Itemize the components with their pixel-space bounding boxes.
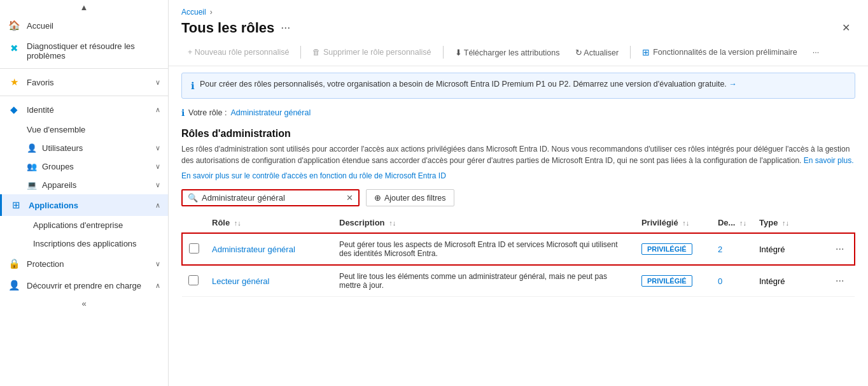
chevron-up-icon: ∧ xyxy=(155,201,160,210)
search-clear-button[interactable]: ✕ xyxy=(346,193,353,203)
page-title: Tous les rôles xyxy=(181,20,274,36)
row-more-button[interactable]: ··· xyxy=(836,243,844,254)
count-link[interactable]: 2 xyxy=(718,245,722,254)
sort-icon: ↑↓ xyxy=(234,219,241,227)
privilege-badge: PRIVILÉGIÉ xyxy=(641,275,692,287)
col-desc-count[interactable]: De... ↑↓ xyxy=(711,213,753,233)
role-info-icon: ℹ xyxy=(181,108,185,118)
more-button[interactable]: ··· xyxy=(806,45,825,60)
title-more-button[interactable]: ··· xyxy=(281,21,290,34)
row-count: 2 xyxy=(711,233,753,265)
divider xyxy=(0,96,168,96)
sidebar-item-label: Découvrir et prendre en charge xyxy=(27,281,149,290)
toolbar-separator-2 xyxy=(443,46,444,59)
row-role-name[interactable]: Administrateur général xyxy=(206,233,333,265)
col-checkbox xyxy=(182,213,206,233)
row-privilege: PRIVILÉGIÉ xyxy=(635,233,711,265)
row-checkbox[interactable] xyxy=(188,275,199,285)
breadcrumb: Accueil › xyxy=(181,8,213,17)
delete-role-button[interactable]: 🗑 Supprimer le rôle personnalisé xyxy=(306,45,437,60)
col-type[interactable]: Type ↑↓ xyxy=(753,213,829,233)
sidebar-item-applications-entreprise[interactable]: Applications d'entreprise xyxy=(0,216,168,234)
features-button[interactable]: ⊞ Fonctionnalités de la version prélimin… xyxy=(636,44,804,61)
sidebar-item-groupes[interactable]: 👥 Groupes ∨ xyxy=(0,157,168,176)
sidebar-item-label: Utilisateurs xyxy=(42,143,155,153)
sidebar-item-inscriptions-applications[interactable]: Inscriptions des applications xyxy=(0,234,168,253)
filter-label: Ajouter des filtres xyxy=(384,194,446,203)
home-icon: 🏠 xyxy=(8,20,20,31)
col-role[interactable]: Rôle ↑↓ xyxy=(206,213,333,233)
refresh-button[interactable]: ↻ Actualiser xyxy=(569,45,626,61)
row-description: Peut gérer tous les aspects de Microsoft… xyxy=(333,233,635,265)
scroll-down-button[interactable]: « xyxy=(0,296,168,311)
toolbar-separator xyxy=(300,46,301,59)
info-text: Pour créer des rôles personnalisés, votr… xyxy=(200,80,737,89)
sidebar-item-appareils[interactable]: 💻 Appareils ∨ xyxy=(0,176,168,194)
chevron-down-icon: ∨ xyxy=(155,260,160,268)
toolbar: + Nouveau rôle personnalisé 🗑 Supprimer … xyxy=(169,41,868,66)
info-banner: ℹ Pour créer des rôles personnalisés, vo… xyxy=(181,73,855,99)
wrench-icon: ✖ xyxy=(8,43,20,54)
roles-table: Rôle ↑↓ Description ↑↓ Privilégié ↑↓ De.… xyxy=(181,213,855,297)
star-icon: ★ xyxy=(8,76,20,88)
col-description[interactable]: Description ↑↓ xyxy=(333,213,635,233)
info-icon: ℹ xyxy=(191,80,195,92)
breadcrumb-accueil[interactable]: Accueil xyxy=(181,8,206,17)
sidebar-item-decouvrir[interactable]: 👤 Découvrir et prendre en charge ∧ xyxy=(0,275,168,296)
section-learn-more-link[interactable]: En savoir plus. xyxy=(804,156,854,165)
sidebar-item-applications[interactable]: ⊞ Applications ∧ xyxy=(0,194,168,216)
toolbar-separator-3 xyxy=(630,46,631,59)
row-description: Peut lire tous les éléments comme un adm… xyxy=(333,265,635,297)
scroll-up-button[interactable]: ▲ xyxy=(0,0,168,15)
sidebar-item-label: Protection xyxy=(27,259,149,269)
row-checkbox[interactable] xyxy=(189,243,199,254)
filter-button[interactable]: ⊕ Ajouter des filtres xyxy=(366,189,454,206)
sort-icon: ↑↓ xyxy=(682,219,689,227)
sidebar-item-accueil[interactable]: 🏠 Accueil xyxy=(0,15,168,36)
features-icon: ⊞ xyxy=(642,47,650,57)
new-role-button[interactable]: + Nouveau rôle personnalisé xyxy=(181,45,295,60)
filter-icon: ⊕ xyxy=(374,193,381,203)
chevron-up-icon: ∧ xyxy=(155,282,160,290)
section-role-link[interactable]: En savoir plus sur le contrôle d'accès e… xyxy=(181,171,446,180)
sidebar-item-label: Diagnostiquer et résoudre les problèmes xyxy=(27,41,160,61)
chevron-down-icon: ∨ xyxy=(155,78,160,87)
sidebar-item-identite[interactable]: ◆ Identité ∧ xyxy=(0,99,168,120)
count-link[interactable]: 0 xyxy=(718,276,722,286)
row-count: 0 xyxy=(711,265,753,297)
row-more-cell: ··· xyxy=(829,265,855,297)
privilege-badge: PRIVILÉGIÉ xyxy=(641,243,692,255)
section-link-row: En savoir plus sur le contrôle d'accès e… xyxy=(169,171,868,185)
search-icon: 🔍 xyxy=(188,193,198,203)
row-more-cell: ··· xyxy=(829,233,855,265)
group-icon: 👥 xyxy=(27,162,37,171)
sidebar-item-label: Accueil xyxy=(27,21,160,31)
row-type: Intégré xyxy=(753,233,829,265)
breadcrumb-separator: › xyxy=(210,8,213,17)
search-input[interactable] xyxy=(202,193,342,203)
table-row: Lecteur général Peut lire tous les éléme… xyxy=(182,265,855,297)
sidebar-item-label: Groupes xyxy=(42,162,155,171)
info-link[interactable]: → xyxy=(729,80,737,89)
close-button[interactable]: ✕ xyxy=(837,19,855,36)
user-icon: 👤 xyxy=(27,143,37,153)
chevron-up-icon: ∧ xyxy=(155,106,160,114)
row-privilege: PRIVILÉGIÉ xyxy=(635,265,711,297)
sort-icon: ↑↓ xyxy=(739,219,746,227)
sidebar-item-utilisateurs[interactable]: 👤 Utilisateurs ∨ xyxy=(0,139,168,157)
sidebar-item-protection[interactable]: 🔒 Protection ∨ xyxy=(0,253,168,275)
download-button[interactable]: ⬇ Télécharger les attributions xyxy=(449,45,566,61)
row-role-name[interactable]: Lecteur général xyxy=(206,265,333,297)
sidebar-item-label: Favoris xyxy=(27,78,149,87)
sidebar-item-diagnostiquer[interactable]: ✖ Diagnostiquer et résoudre les problème… xyxy=(0,36,168,66)
table-container: Rôle ↑↓ Description ↑↓ Privilégié ↑↓ De.… xyxy=(169,213,868,386)
sidebar: ▲ 🏠 Accueil ✖ Diagnostiquer et résoudre … xyxy=(0,0,169,386)
sort-icon: ↑↓ xyxy=(389,219,396,227)
col-privilege[interactable]: Privilégié ↑↓ xyxy=(635,213,711,233)
col-actions xyxy=(829,213,855,233)
row-more-button[interactable]: ··· xyxy=(836,275,844,286)
sidebar-item-favoris[interactable]: ★ Favoris ∨ xyxy=(0,71,168,93)
main-content: Accueil › Tous les rôles ··· ✕ + Nouveau… xyxy=(169,0,868,386)
discover-icon: 👤 xyxy=(8,280,20,291)
sidebar-item-vue-ensemble[interactable]: Vue d'ensemble xyxy=(0,120,168,139)
